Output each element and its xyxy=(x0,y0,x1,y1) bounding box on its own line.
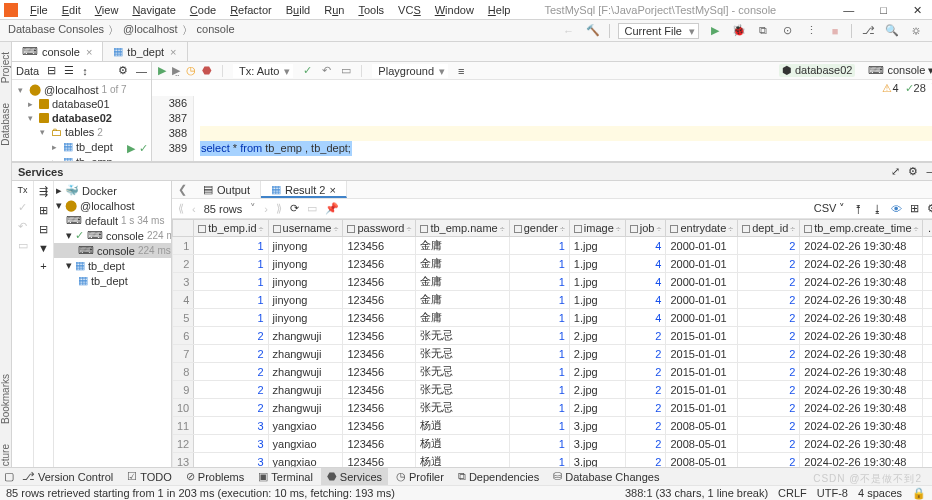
coverage-icon[interactable]: ⧉ xyxy=(755,23,771,39)
tree-db1[interactable]: ▸database01 xyxy=(12,97,151,111)
cell[interactable]: zhangwuji xyxy=(268,345,343,363)
cell[interactable]: 2 xyxy=(923,417,932,435)
cell[interactable]: 2 xyxy=(738,435,800,453)
settings-icon[interactable]: ⛭ xyxy=(908,23,924,39)
cell[interactable]: 张无忌 xyxy=(416,345,509,363)
cell[interactable]: 123456 xyxy=(343,435,416,453)
tw-icon[interactable]: ▢ xyxy=(4,470,14,483)
col-header[interactable]: dept_id÷ xyxy=(738,220,800,237)
cell[interactable]: 2024-02-26 19:30:48 xyxy=(800,291,923,309)
sb-problems[interactable]: ⊘ Problems xyxy=(180,468,250,485)
cell[interactable]: 3 xyxy=(194,435,268,453)
prev-result-icon[interactable]: ❮ xyxy=(172,183,193,196)
cell[interactable]: 123456 xyxy=(343,417,416,435)
cell[interactable]: 2000-01-01 xyxy=(666,255,738,273)
cell[interactable]: 1 xyxy=(194,309,268,327)
cell[interactable]: 1 xyxy=(509,363,569,381)
cell[interactable]: 2 xyxy=(738,273,800,291)
cell[interactable]: 2 xyxy=(738,417,800,435)
cell[interactable]: 2 xyxy=(923,363,932,381)
gear-icon[interactable]: ⚙ xyxy=(118,64,128,77)
cell[interactable]: 2 xyxy=(738,381,800,399)
cell[interactable]: jinyong xyxy=(268,255,343,273)
cell[interactable]: 2 xyxy=(923,327,932,345)
caret-position[interactable]: 388:1 (33 chars, 1 line break) xyxy=(625,487,768,500)
svc-default[interactable]: ⌨default 1 s 34 ms xyxy=(54,213,171,228)
tree-icon[interactable]: ⇶ xyxy=(39,185,48,198)
filter-icon[interactable]: ☰ xyxy=(64,64,74,77)
cell[interactable]: 2 xyxy=(738,327,800,345)
eye-icon[interactable]: 👁 xyxy=(891,203,902,215)
svc-tbdept[interactable]: ▾▦tb_dept xyxy=(54,258,171,273)
cell[interactable]: 1.jpg xyxy=(569,237,625,255)
close-icon[interactable]: ✕ xyxy=(907,2,928,19)
cell[interactable]: yangxiao xyxy=(268,417,343,435)
cell[interactable]: 2.jpg xyxy=(569,399,625,417)
crumb-consoles[interactable]: Database Consoles xyxy=(8,23,104,38)
cell[interactable]: 1 xyxy=(194,237,268,255)
col-header[interactable]: tb_emp.id÷ xyxy=(194,220,268,237)
sidebar-database[interactable]: Database xyxy=(0,103,11,146)
cell[interactable]: 2 xyxy=(923,309,932,327)
crumb-host[interactable]: @localhost xyxy=(123,23,178,38)
cell[interactable]: 2 xyxy=(738,255,800,273)
import-icon[interactable]: ⭳ xyxy=(872,203,883,215)
svc-console-child[interactable]: ⌨console 224 ms xyxy=(54,243,171,258)
minimize-icon[interactable]: ― xyxy=(837,2,860,19)
cell[interactable]: 123456 xyxy=(343,381,416,399)
cell[interactable]: 2 xyxy=(923,435,932,453)
cell[interactable]: 1.jpg xyxy=(569,309,625,327)
cell[interactable]: 杨逍 xyxy=(416,417,509,435)
cell[interactable]: 金庸 xyxy=(416,309,509,327)
output-tab[interactable]: ▤Output xyxy=(193,181,261,198)
result-grid[interactable]: tb_emp.id÷username÷password÷tb_emp.name÷… xyxy=(172,219,932,500)
cell[interactable]: 2 xyxy=(923,255,932,273)
cell[interactable]: 3.jpg xyxy=(569,417,625,435)
cell[interactable]: 4 xyxy=(625,255,666,273)
menu-run[interactable]: Run xyxy=(318,2,350,18)
cancel-icon[interactable]: ▭ xyxy=(18,239,28,252)
chart-icon[interactable]: ⊞ xyxy=(910,202,919,215)
menu-refactor[interactable]: Refactor xyxy=(224,2,278,18)
cell[interactable]: 1 xyxy=(509,255,569,273)
hide-icon[interactable]: ― xyxy=(136,65,147,77)
cell[interactable]: 123456 xyxy=(343,345,416,363)
result-tab[interactable]: ▦Result 2× xyxy=(261,181,347,198)
add-icon[interactable]: + xyxy=(40,260,46,272)
cell[interactable]: 2 xyxy=(923,399,932,417)
menu-window[interactable]: Window xyxy=(429,2,480,18)
cell[interactable]: 1 xyxy=(509,435,569,453)
cell[interactable]: zhangwuji xyxy=(268,363,343,381)
cell[interactable]: 1.jpg xyxy=(569,255,625,273)
cell[interactable]: 2 xyxy=(923,273,932,291)
cell[interactable]: 2 xyxy=(625,399,666,417)
cell[interactable]: 2.jpg xyxy=(569,345,625,363)
cell[interactable]: 1 xyxy=(509,399,569,417)
menu-code[interactable]: Code xyxy=(184,2,222,18)
cell[interactable]: 2024-02-26 19:30:48 xyxy=(800,345,923,363)
cell[interactable]: 2008-05-01 xyxy=(666,417,738,435)
cell[interactable]: jinyong xyxy=(268,291,343,309)
hide-icon[interactable]: ― xyxy=(926,165,932,178)
cell[interactable]: jinyong xyxy=(268,237,343,255)
cell[interactable]: 2 xyxy=(738,237,800,255)
menu-build[interactable]: Build xyxy=(280,2,316,18)
cell[interactable]: 123456 xyxy=(343,273,416,291)
collapse-all-icon[interactable]: ⊟ xyxy=(39,223,48,236)
col-header[interactable]: password÷ xyxy=(343,220,416,237)
hammer-icon[interactable]: 🔨 xyxy=(585,23,601,39)
cell[interactable]: zhangwuji xyxy=(268,381,343,399)
cell[interactable]: 123456 xyxy=(343,291,416,309)
next-page-icon[interactable]: › xyxy=(264,203,268,215)
cell[interactable]: 123456 xyxy=(343,237,416,255)
svc-tbdept-child[interactable]: ▦tb_dept xyxy=(54,273,171,288)
add-row-icon[interactable]: ▭ xyxy=(307,202,317,215)
table-row[interactable]: 102zhangwuji123456张无忌12.jpg22015-01-0122… xyxy=(173,399,933,417)
prev-page-icon[interactable]: ‹ xyxy=(192,203,196,215)
git-icon[interactable]: ⎇ xyxy=(860,23,876,39)
menu-navigate[interactable]: Navigate xyxy=(126,2,181,18)
cell[interactable]: 2.jpg xyxy=(569,363,625,381)
menu-file[interactable]: FFileile xyxy=(24,2,54,18)
table-row[interactable]: 11jinyong123456金庸11.jpg42000-01-0122024-… xyxy=(173,237,933,255)
cell[interactable]: 2000-01-01 xyxy=(666,309,738,327)
